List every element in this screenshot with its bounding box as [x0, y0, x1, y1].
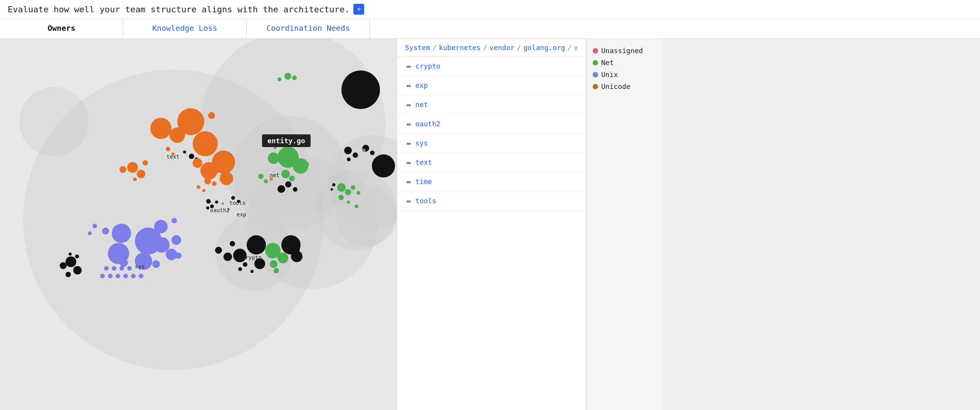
breadcrumb-golang[interactable]: golang.org: [523, 44, 565, 52]
label-net: net: [270, 172, 279, 178]
bubble: [289, 176, 295, 181]
bubble: [170, 127, 185, 143]
sidebar: System / kubernetes / vendor / golang.or…: [397, 39, 586, 410]
bubble: [277, 77, 281, 81]
bubble: [293, 187, 298, 192]
bubble: [88, 231, 92, 235]
breadcrumb-system[interactable]: System: [405, 44, 430, 52]
bubble: [69, 253, 72, 256]
bubble: [116, 274, 120, 278]
legend-label-net: Net: [601, 59, 614, 67]
folder-name: oauth2: [415, 120, 440, 128]
folder-item-oauth2[interactable]: ▬ oauth2: [397, 114, 586, 134]
bubble: [345, 189, 351, 195]
breadcrumb-kubernetes[interactable]: kubernetes: [439, 44, 481, 52]
folder-name: crypto: [415, 62, 440, 70]
bubble: [206, 206, 209, 209]
entity-tooltip: entity.go: [262, 134, 311, 147]
breadcrumb: System / kubernetes / vendor / golang.or…: [397, 39, 586, 57]
bubble: [284, 73, 291, 80]
bubble: [152, 260, 160, 268]
bubble: [60, 262, 67, 269]
folder-name: sys: [415, 139, 428, 147]
legend-item-unassigned: Unassigned: [593, 47, 657, 55]
folder-name: net: [415, 100, 428, 109]
folder-item-text[interactable]: ▬ text: [397, 153, 586, 172]
breadcrumb-vendor[interactable]: vendor: [489, 44, 514, 52]
bubble: [215, 247, 222, 254]
legend-dot-unicode: [593, 84, 598, 89]
folder-icon: ▬: [407, 62, 411, 70]
bubble: [137, 170, 145, 178]
bubble: [370, 151, 375, 155]
bubble: [133, 177, 137, 181]
bubble: [119, 166, 126, 173]
legend-label-unix: Unix: [601, 70, 618, 79]
bubble: [66, 256, 76, 267]
breadcrumb-close-button[interactable]: x: [574, 44, 578, 52]
add-button[interactable]: +: [353, 4, 364, 15]
right-empty-area: [663, 39, 980, 410]
legend-dot-net: [593, 60, 598, 65]
bubble: [347, 201, 350, 204]
tab-owners[interactable]: Owners: [0, 19, 123, 38]
bubble: [154, 220, 168, 233]
bubble: [75, 254, 79, 258]
bubble: [215, 201, 218, 204]
bubble: [102, 228, 109, 234]
bubble: [208, 112, 215, 119]
label-exp: exp: [237, 211, 246, 218]
bubble: [175, 253, 182, 259]
folder-name: tools: [415, 197, 436, 205]
bubble: [189, 154, 194, 159]
folder-icon: ▬: [407, 139, 411, 147]
bubble: [119, 258, 128, 267]
folder-item-time[interactable]: ▬ time: [397, 172, 586, 191]
legend-panel: Unassigned Net Unix Unicode: [586, 39, 663, 410]
tab-knowledge-loss[interactable]: Knowledge Loss: [123, 19, 247, 38]
folder-item-tools[interactable]: ▬ tools: [397, 191, 586, 211]
bubble: [231, 196, 235, 200]
bubble: [243, 262, 247, 267]
bubble: [171, 218, 177, 223]
bubble: [171, 235, 181, 245]
folder-item-crypto[interactable]: ▬ crypto: [397, 57, 586, 76]
bubble: [127, 162, 138, 173]
label-crypto: crypto: [242, 254, 262, 261]
folder-icon: ▬: [407, 81, 411, 89]
bubble: [123, 274, 128, 278]
tab-coordination-needs[interactable]: Coordination Needs: [247, 19, 370, 38]
bubble: [161, 120, 165, 124]
bubble: [127, 266, 132, 271]
top-bar: Evaluate how well your team structure al…: [0, 0, 980, 19]
bubble: [183, 151, 186, 154]
legend-item-unicode: Unicode: [593, 82, 657, 90]
bubble: [281, 170, 290, 178]
bubble: [131, 274, 136, 278]
bubble: [92, 224, 97, 228]
bg-circle-right3: [335, 185, 397, 247]
bubble: [351, 185, 355, 190]
folder-icon: ▬: [407, 197, 411, 205]
legend-label-unassigned: Unassigned: [601, 47, 643, 55]
bubble: [362, 149, 365, 152]
folder-name: time: [415, 177, 432, 186]
bubble: [285, 181, 291, 187]
folder-item-sys[interactable]: ▬ sys: [397, 134, 586, 153]
bubble: [304, 162, 309, 167]
bubble: [247, 235, 266, 254]
bubble: [222, 202, 224, 205]
folder-item-net[interactable]: ▬ net: [397, 95, 586, 114]
bubble: [212, 181, 217, 186]
bubble: [355, 204, 358, 208]
bubble: [104, 266, 109, 271]
bubble: [112, 224, 131, 243]
folder-icon: ▬: [407, 177, 411, 186]
bubble: [331, 188, 333, 191]
label-sys: sys: [135, 263, 145, 269]
folder-list: ▬ crypto ▬ exp ▬ net ▬ oauth2 ▬ sys ▬ te…: [397, 57, 586, 410]
bubble: [66, 272, 71, 277]
bubble: [197, 185, 200, 189]
folder-item-exp[interactable]: ▬ exp: [397, 76, 586, 95]
legend-item-net: Net: [593, 59, 657, 67]
